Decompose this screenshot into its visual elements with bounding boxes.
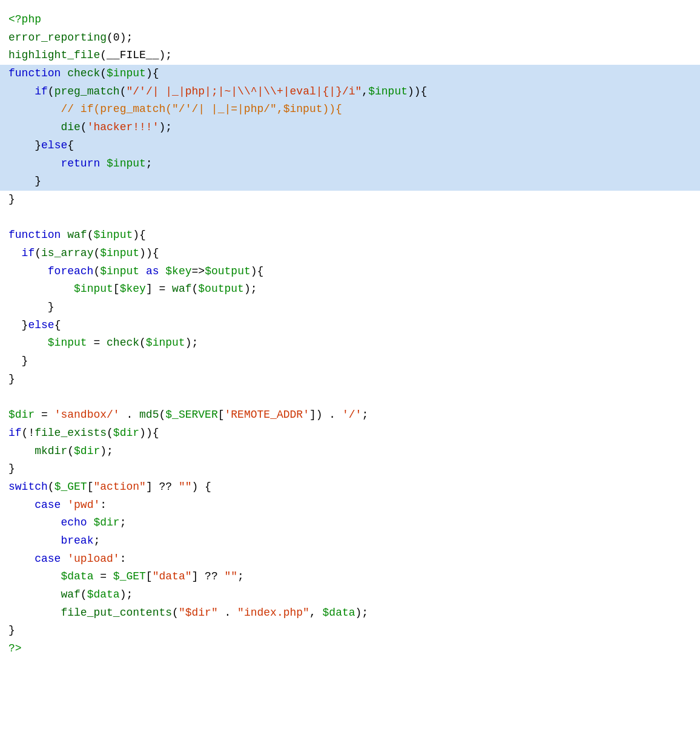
code-line-5: if(preg_match("/'/| |_|php|;|~|\\^|\\+|e… (0, 83, 700, 101)
code-line-28: case 'pwd': (0, 496, 700, 515)
code-line-1: <?php (0, 11, 700, 29)
code-line-empty-1 (0, 209, 700, 227)
code-line-17: } (0, 298, 700, 317)
code-line-21: } (0, 370, 700, 389)
code-line-35: } (0, 622, 700, 640)
code-line-20: } (0, 352, 700, 370)
code-line-33: waf($data); (0, 586, 700, 604)
code-line-2: error_reporting(0); (0, 29, 700, 47)
code-line-9: return $input; (0, 155, 700, 173)
code-line-34: file_put_contents("$dir" . "index.php", … (0, 604, 700, 622)
code-line-3: highlight_file(__FILE__); (0, 47, 700, 65)
code-line-18: }else{ (0, 317, 700, 335)
code-line-27: switch($_GET["action"] ?? "") { (0, 478, 700, 496)
code-line-14: if(is_array($input)){ (0, 245, 700, 263)
code-line-7: die('hacker!!!'); (0, 119, 700, 137)
code-line-25: mkdir($dir); (0, 443, 700, 461)
code-line-16: $input[$key] = waf($output); (0, 280, 700, 298)
code-line-26: } (0, 460, 700, 478)
code-line-24: if(!file_exists($dir)){ (0, 424, 700, 443)
code-line-29: echo $dir; (0, 514, 700, 532)
code-line-31: case 'upload': (0, 550, 700, 568)
code-line-36: ?> (0, 640, 700, 658)
code-line-4: function check($input){ (0, 65, 700, 83)
code-line-6: // if(preg_match("/'/| |_|=|php/",$input… (0, 100, 700, 119)
code-line-11: } (0, 191, 700, 209)
code-line-8: }else{ (0, 137, 700, 155)
code-line-23: $dir = 'sandbox/' . md5($_SERVER['REMOTE… (0, 406, 700, 424)
code-line-13: function waf($input){ (0, 226, 700, 245)
code-line-15: foreach($input as $key=>$output){ (0, 263, 700, 281)
code-line-32: $data = $_GET["data"] ?? ""; (0, 568, 700, 586)
code-line-30: break; (0, 532, 700, 550)
code-container: <?php error_reporting(0); highlight_file… (0, 6, 700, 741)
code-line-10: } (0, 173, 700, 191)
code-line-empty-2 (0, 388, 700, 406)
code-line-19: $input = check($input); (0, 334, 700, 352)
